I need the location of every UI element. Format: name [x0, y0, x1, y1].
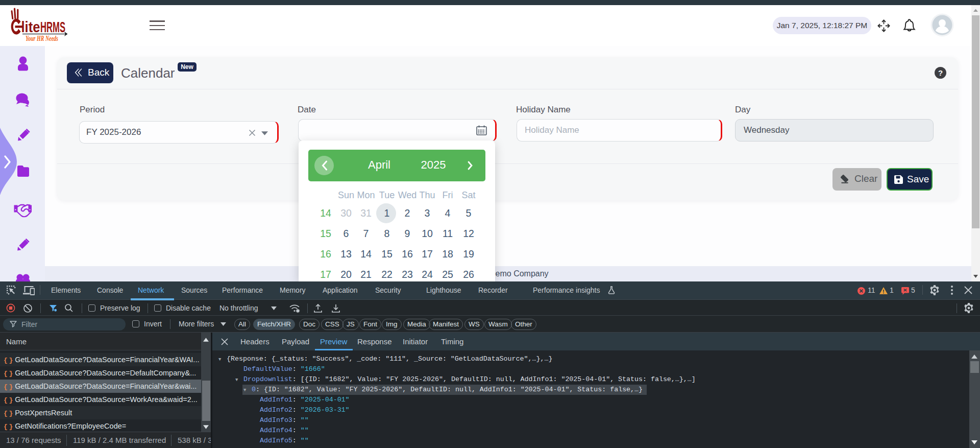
svg-text:Your HR Needs: Your HR Needs — [26, 35, 58, 42]
svg-text:HRMS: HRMS — [40, 19, 65, 35]
svg-text:lite: lite — [21, 19, 40, 35]
